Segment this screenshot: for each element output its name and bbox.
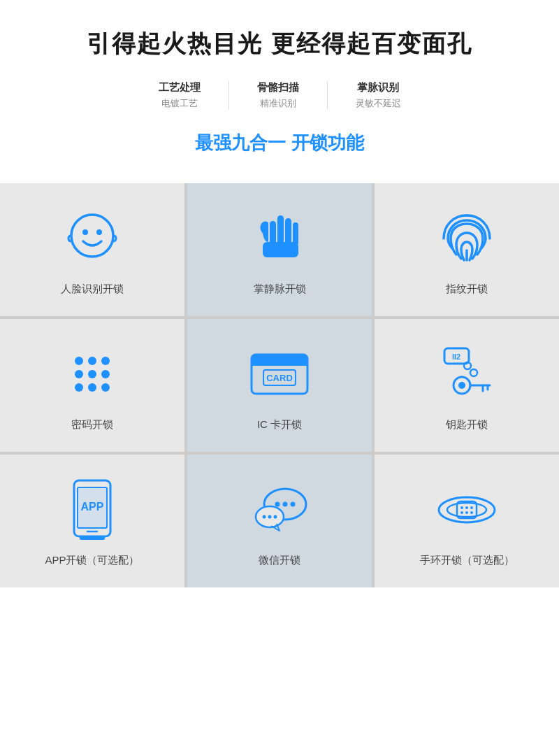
svg-point-11 [75,370,83,378]
svg-point-0 [71,215,113,257]
svg-point-25 [470,369,477,376]
grid-cell-password: 密码开锁 [0,319,184,452]
svg-point-27 [458,382,465,389]
svg-rect-5 [285,218,291,245]
grid-cell-palm: 掌静脉开锁 [187,183,372,316]
svg-point-49 [465,506,468,509]
app-icon: APP [61,478,124,541]
svg-point-2 [96,229,102,235]
grid-cell-card: CARD IC 卡开锁 [187,319,372,452]
password-icon [61,343,124,406]
bracelet-icon [435,478,498,541]
grid-cell-face: 人脸识别开锁 [0,183,184,316]
svg-rect-36 [80,536,105,540]
svg-point-50 [470,506,473,509]
main-title: 引得起火热目光 更经得起百变面孔 [42,28,517,60]
svg-point-13 [101,370,110,378]
password-label: 密码开锁 [71,418,113,432]
svg-text:II2: II2 [451,352,460,361]
face-label: 人脸识别开锁 [61,283,124,296]
bracelet-label: 手环开锁（可选配） [420,554,514,567]
svg-point-14 [75,383,83,392]
fingerprint-icon [435,207,498,270]
feature-bone-sub: 精准识别 [257,97,299,110]
svg-rect-19 [252,363,307,366]
svg-text:CARD: CARD [266,373,293,383]
svg-point-39 [283,502,288,507]
feature-bone: 骨骼扫描 精准识别 [229,81,328,110]
svg-point-40 [291,502,296,507]
unlock-grid: 人脸识别开锁 掌静脉开锁 [0,183,559,587]
svg-point-16 [101,383,110,392]
feature-palm-sub: 灵敏不延迟 [356,97,401,110]
feature-craft: 工艺处理 电镀工艺 [131,81,229,110]
svg-point-43 [268,515,272,519]
grid-cell-app: APP APP开锁（可选配） [0,455,184,587]
svg-point-48 [460,506,463,509]
svg-rect-7 [263,242,298,257]
grid-cell-wechat: 微信开锁 [187,455,372,587]
wechat-icon [248,478,311,541]
svg-point-10 [101,357,110,365]
features-row: 工艺处理 电镀工艺 骨骼扫描 精准识别 掌脉识别 灵敏不延迟 [42,81,517,110]
face-icon [61,207,124,270]
svg-point-46 [447,503,486,517]
svg-point-42 [263,515,266,519]
svg-point-9 [88,357,96,365]
svg-point-15 [88,383,96,392]
svg-text:APP: APP [81,501,104,513]
card-icon: CARD [248,343,311,406]
svg-rect-4 [277,215,284,245]
key-label: 钥匙开锁 [446,418,488,432]
feature-palm-title: 掌脉识别 [356,81,401,94]
feature-craft-sub: 电镀工艺 [159,97,201,110]
svg-point-51 [460,511,463,514]
key-icon: II2 [435,343,498,406]
svg-point-1 [82,229,88,235]
palm-label: 掌静脉开锁 [254,283,306,296]
svg-point-44 [274,515,277,519]
svg-point-52 [465,511,468,514]
fingerprint-label: 指纹开锁 [446,283,488,296]
wechat-label: 微信开锁 [259,554,300,567]
feature-palm: 掌脉识别 灵敏不延迟 [328,81,429,110]
svg-point-53 [470,511,473,514]
section-title: 最强九合一 开锁功能 [42,131,517,169]
app-label: APP开锁（可选配） [45,554,139,567]
grid-cell-bracelet: 手环开锁（可选配） [375,455,559,587]
svg-rect-3 [270,221,276,245]
grid-cell-key: II2 钥匙开锁 [375,319,559,452]
grid-cell-fingerprint: 指纹开锁 [375,183,559,316]
feature-craft-title: 工艺处理 [159,81,201,94]
top-section: 引得起火热目光 更经得起百变面孔 工艺处理 电镀工艺 骨骼扫描 精准识别 掌脉识… [0,0,559,183]
svg-point-8 [75,357,83,365]
feature-bone-title: 骨骼扫描 [257,81,299,94]
card-label: IC 卡开锁 [257,418,302,432]
palm-icon [248,207,311,270]
svg-point-38 [275,502,280,507]
svg-point-12 [88,370,96,378]
